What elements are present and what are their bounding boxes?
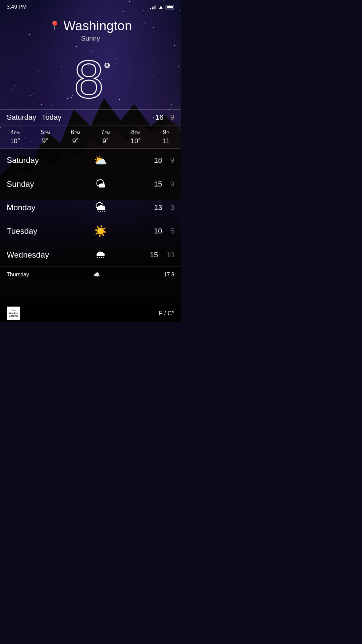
today-day-label: Saturday Today	[7, 113, 61, 122]
temperature-degree: °	[104, 61, 107, 77]
hourly-item: 9P 11	[151, 129, 181, 145]
current-temperature: 8°	[0, 42, 181, 109]
logo-text: The Weather Channel	[9, 309, 18, 317]
today-summary-row: Saturday Today 16 9	[0, 109, 181, 125]
status-icons: ▲	[150, 4, 174, 10]
wifi-icon: ▲	[158, 4, 164, 10]
weather-condition: Sunny	[7, 35, 174, 42]
status-bar: 3:49 PM ▲	[0, 0, 181, 12]
daily-item: Monday 🌦 13 3	[0, 196, 181, 219]
daily-item: Sunday 🌤 15 9	[0, 172, 181, 196]
hourly-item: 4PM 10°	[0, 129, 30, 145]
today-temps: 16 9	[155, 113, 174, 122]
daily-item: Saturday ⛅ 18 9	[0, 149, 181, 172]
battery-icon	[166, 5, 174, 9]
signal-icon	[150, 5, 156, 9]
location-display: 📍 Washington	[7, 19, 174, 33]
daily-forecast: Saturday ⛅ 18 9 Sunday 🌤 15 9 Monday 🌦 1…	[0, 149, 181, 282]
unit-toggle[interactable]: F / C°	[159, 310, 174, 317]
weather-header: 📍 Washington Sunny	[0, 12, 181, 42]
hourly-forecast[interactable]: 4PM 10° 5PM 9° 6PM 9° 7PM 9° 8PM 10°	[0, 125, 181, 149]
daily-item: Wednesday 🌧 15 10	[0, 243, 181, 267]
hourly-item: 5PM 9°	[30, 129, 60, 145]
today-high: 16	[155, 113, 163, 122]
daily-item: Tuesday ☀️ 10 5	[0, 219, 181, 243]
hourly-item: 8PM 10°	[121, 129, 151, 145]
logo-box: The Weather Channel	[7, 307, 20, 320]
temperature-number: 8	[74, 52, 102, 106]
daily-item: Thursday ☁️ 17 8	[0, 267, 181, 282]
today-low: 9	[170, 113, 174, 122]
status-time: 3:49 PM	[7, 4, 27, 10]
weather-channel-logo: The Weather Channel	[7, 307, 20, 320]
hourly-item: 6PM 9°	[60, 129, 90, 145]
location-pin-icon: 📍	[49, 20, 61, 32]
bottom-bar: The Weather Channel F / C°	[0, 305, 181, 322]
city-name: Washington	[64, 19, 132, 33]
hourly-item: 7PM 9°	[90, 129, 121, 145]
